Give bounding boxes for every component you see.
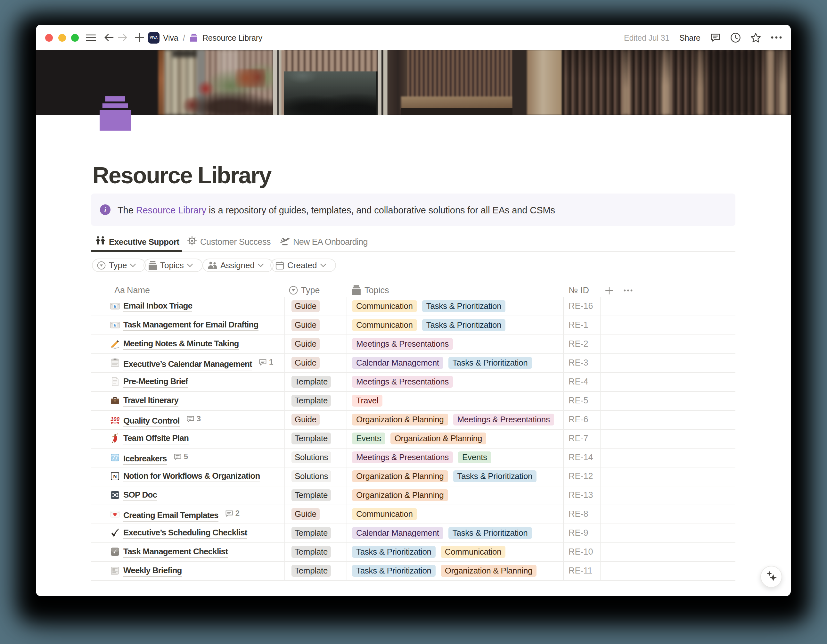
- svg-text:100: 100: [111, 416, 120, 422]
- svg-text:i: i: [104, 206, 106, 214]
- svg-text:E: E: [114, 323, 116, 327]
- svg-text:N: N: [113, 474, 117, 480]
- svg-text:E: E: [114, 304, 116, 308]
